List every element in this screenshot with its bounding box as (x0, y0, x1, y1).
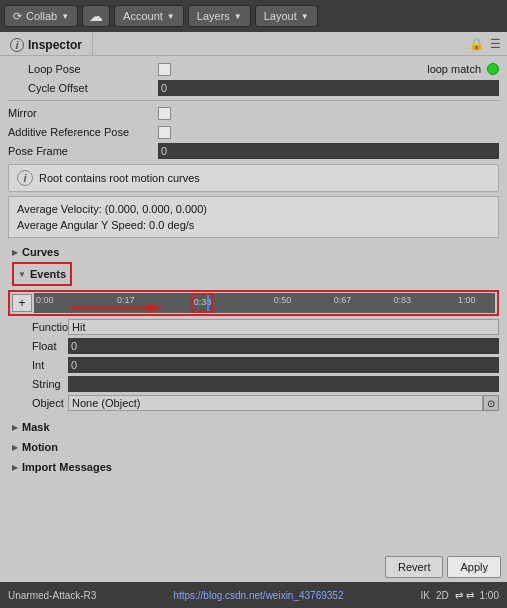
root-info-icon: i (17, 170, 33, 186)
import-messages-label: Import Messages (22, 461, 112, 473)
float-input[interactable] (68, 338, 499, 354)
int-label: Int (8, 359, 68, 371)
string-row: String (8, 375, 499, 393)
cloud-button[interactable]: ☁ (82, 5, 110, 27)
int-row: Int (8, 356, 499, 374)
motion-section[interactable]: ▶ Motion (8, 437, 499, 457)
timeline-cursor (207, 295, 209, 311)
collab-caret-icon: ▼ (61, 12, 69, 21)
revert-button[interactable]: Revert (385, 556, 443, 578)
motion-triangle-icon: ▶ (12, 443, 18, 452)
event-detail-section: Function Float Int String Object ⊙ (0, 316, 507, 415)
timeline-area: + 0:00 0:17 0:33 0:50 0:67 0:83 1:00 (8, 290, 499, 316)
events-triangle-icon: ▼ (18, 270, 26, 279)
pose-frame-row: Pose Frame (8, 142, 499, 160)
cloud-icon: ☁ (89, 8, 103, 24)
ruler-17: 0:17 (117, 295, 135, 305)
events-section[interactable]: ▼ Events (14, 264, 70, 284)
tab-icons: 🔒 ☰ (467, 35, 507, 53)
additive-ref-row: Additive Reference Pose (8, 123, 499, 141)
object-row: Object ⊙ (8, 394, 499, 412)
float-label: Float (8, 340, 68, 352)
ruler-83: 0:83 (394, 295, 412, 305)
filename-label: Unarmed-Attack-R3 (8, 590, 96, 601)
collab-button[interactable]: ⟳ Collab ▼ (4, 5, 78, 27)
mirror-checkbox[interactable] (158, 107, 171, 120)
loop-pose-checkbox[interactable] (158, 63, 171, 76)
motion-label: Motion (22, 441, 58, 453)
object-picker-button[interactable]: ⊙ (483, 395, 499, 411)
cycle-offset-label: Cycle Offset (8, 82, 158, 94)
cycle-offset-input[interactable] (158, 80, 499, 96)
object-label: Object (8, 397, 68, 409)
arrows-icon: ⇄ ⇄ (455, 590, 474, 601)
additive-ref-checkbox[interactable] (158, 126, 171, 139)
mask-section[interactable]: ▶ Mask (8, 417, 499, 437)
ruler-100: 1:00 (458, 295, 476, 305)
ruler-67: 0:67 (334, 295, 352, 305)
object-input[interactable] (68, 395, 483, 411)
function-input[interactable] (68, 319, 499, 335)
import-messages-section[interactable]: ▶ Import Messages (8, 457, 499, 477)
layout-caret-icon: ▼ (301, 12, 309, 21)
status-right: IK 2D ⇄ ⇄ 1:00 (420, 590, 499, 601)
extra-sections: ▶ Mask ▶ Motion ▶ Import Messages (0, 415, 507, 481)
info-icon: i (10, 38, 24, 52)
inspector-tab-bar: i Inspector 🔒 ☰ (0, 32, 507, 56)
twod-label: 2D (436, 590, 449, 601)
apply-button[interactable]: Apply (447, 556, 501, 578)
velocity-box: Average Velocity: (0.000, 0.000, 0.000) … (8, 196, 499, 238)
mirror-row: Mirror (8, 104, 499, 122)
ik-label: IK (420, 590, 429, 601)
bottom-bar: Revert Apply (0, 552, 507, 582)
menu-icon[interactable]: ☰ (488, 35, 503, 53)
plus-icon: + (18, 296, 25, 310)
pick-icon: ⊙ (487, 398, 495, 409)
curves-section[interactable]: ▶ Curves (8, 242, 499, 262)
main-toolbar: ⟳ Collab ▼ ☁ Account ▼ Layers ▼ Layout ▼ (0, 0, 507, 32)
inspector-tab[interactable]: i Inspector (0, 32, 93, 55)
inspector-panel: i Inspector 🔒 ☰ Loop Pose loop match Cyc… (0, 32, 507, 582)
function-label: Function (8, 321, 68, 333)
mask-triangle-icon: ▶ (12, 423, 18, 432)
account-button[interactable]: Account ▼ (114, 5, 184, 27)
loop-match-label: loop match (427, 63, 481, 75)
import-triangle-icon: ▶ (12, 463, 18, 472)
int-input[interactable] (68, 357, 499, 373)
timeline-toolbar: + 0:00 0:17 0:33 0:50 0:67 0:83 1:00 (10, 292, 497, 314)
events-section-highlight: ▼ Events (12, 262, 72, 286)
timeline-ruler[interactable]: 0:00 0:17 0:33 0:50 0:67 0:83 1:00 (34, 293, 495, 313)
root-motion-text: Root contains root motion curves (39, 172, 200, 184)
events-label: Events (30, 268, 66, 280)
account-caret-icon: ▼ (167, 12, 175, 21)
status-bar: Unarmed-Attack-R3 https://blog.csdn.net/… (0, 582, 507, 608)
string-label: String (8, 378, 68, 390)
add-event-button[interactable]: + (12, 294, 32, 312)
lock-icon[interactable]: 🔒 (467, 35, 486, 53)
curves-triangle-icon: ▶ (12, 248, 18, 257)
float-row: Float (8, 337, 499, 355)
inspector-content: Loop Pose loop match Cycle Offset Mirror… (0, 56, 507, 290)
mask-label: Mask (22, 421, 50, 433)
ruler-50: 0:50 (274, 295, 292, 305)
cursor-highlight: 0:33 (191, 293, 213, 313)
additive-ref-label: Additive Reference Pose (8, 126, 158, 138)
layers-caret-icon: ▼ (234, 12, 242, 21)
string-input[interactable] (68, 376, 499, 392)
mirror-label: Mirror (8, 107, 158, 119)
pose-frame-input[interactable] (158, 143, 499, 159)
pose-frame-label: Pose Frame (8, 145, 158, 157)
layers-button[interactable]: Layers ▼ (188, 5, 251, 27)
function-row: Function (8, 318, 499, 336)
blog-link[interactable]: https://blog.csdn.net/weixin_43769352 (173, 590, 343, 601)
ratio-label: 1:00 (480, 590, 499, 601)
loop-pose-label: Loop Pose (8, 63, 158, 75)
ruler-0: 0:00 (36, 295, 54, 305)
collab-icon: ⟳ (13, 10, 22, 23)
velocity-line1: Average Velocity: (0.000, 0.000, 0.000) (17, 201, 490, 217)
velocity-line2: Average Angular Y Speed: 0.0 deg/s (17, 217, 490, 233)
layout-button[interactable]: Layout ▼ (255, 5, 318, 27)
cycle-offset-row: Cycle Offset (8, 79, 499, 97)
loop-match-indicator (487, 63, 499, 75)
curves-label: Curves (22, 246, 59, 258)
